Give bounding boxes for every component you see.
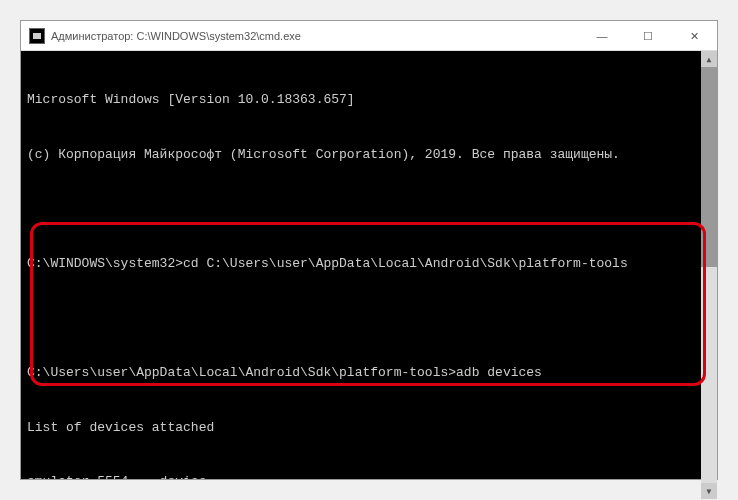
terminal-line: (c) Корпорация Майкрософт (Microsoft Cor…: [27, 146, 711, 164]
close-button[interactable]: ✕: [671, 21, 717, 51]
cmd-icon: [29, 28, 45, 44]
terminal-line: List of devices attached: [27, 419, 711, 437]
maximize-button[interactable]: ☐: [625, 21, 671, 51]
terminal-line: Microsoft Windows [Version 10.0.18363.65…: [27, 91, 711, 109]
scroll-up-arrow-icon[interactable]: ▲: [701, 51, 717, 67]
scrollbar-thumb[interactable]: [701, 67, 717, 267]
terminal-line: emulator-5554 device: [27, 473, 711, 479]
terminal-line: C:\WINDOWS\system32>cd C:\Users\user\App…: [27, 255, 711, 273]
terminal-line: [27, 201, 711, 219]
titlebar[interactable]: Администратор: C:\WINDOWS\system32\cmd.e…: [21, 21, 717, 51]
minimize-button[interactable]: —: [579, 21, 625, 51]
terminal-line: C:\Users\user\AppData\Local\Android\Sdk\…: [27, 364, 711, 382]
scroll-down-arrow-icon[interactable]: ▼: [701, 483, 717, 499]
terminal-line: [27, 310, 711, 328]
window-controls: — ☐ ✕: [579, 21, 717, 51]
terminal-output[interactable]: Microsoft Windows [Version 10.0.18363.65…: [21, 51, 717, 479]
cmd-window: Администратор: C:\WINDOWS\system32\cmd.e…: [20, 20, 718, 480]
window-title: Администратор: C:\WINDOWS\system32\cmd.e…: [51, 30, 301, 42]
vertical-scrollbar[interactable]: ▲ ▼: [701, 51, 717, 499]
